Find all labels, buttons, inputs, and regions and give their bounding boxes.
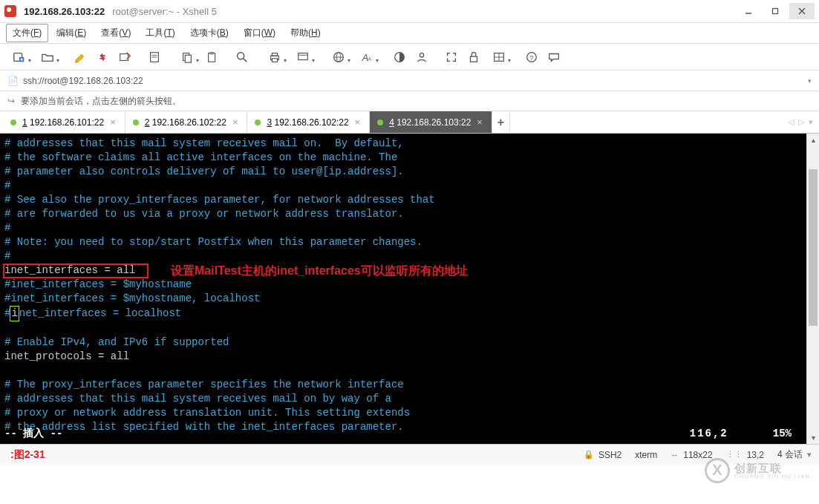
status-bar: :图2-31 🔒SSH2 xterm ↔118x22 ⋮⋮13,2 4 会话 ▾: [0, 444, 819, 465]
scroll-up-icon[interactable]: ▴: [807, 134, 819, 146]
status-sessions: 4 会话: [777, 448, 803, 461]
layout-button[interactable]: ▾: [486, 48, 512, 67]
session-tab-3[interactable]: 3 192.168.26.102:22 ×: [247, 111, 370, 133]
highlight-icon[interactable]: [70, 48, 91, 67]
menu-edit[interactable]: 编辑(E): [50, 24, 93, 42]
tab-close-icon[interactable]: ×: [355, 117, 361, 128]
svg-rect-19: [272, 53, 277, 56]
title-subtitle: root@server:~ - Xshell 5: [112, 6, 217, 17]
menu-window[interactable]: 窗口(W): [237, 24, 282, 42]
scroll-down-icon[interactable]: ▾: [807, 431, 819, 444]
status-termtype: xterm: [635, 450, 657, 460]
toolbar: ▾ ▾ ▾ ▾ ▾ ▾ AA▾ ▾ ?: [0, 43, 819, 70]
fullscreen-icon[interactable]: [441, 48, 462, 67]
vim-mode: -- 插入 --: [4, 427, 62, 441]
session-tab-2[interactable]: 2 192.168.26.102:22 ×: [125, 111, 248, 133]
menu-help[interactable]: 帮助(H): [284, 24, 327, 42]
ssh-icon: 📄: [7, 76, 19, 86]
menu-tools[interactable]: 工具(T): [139, 24, 181, 42]
vim-status-line: -- 插入 -- 116,2 15%: [4, 427, 792, 441]
new-session-button[interactable]: ▾: [6, 48, 33, 67]
vim-cursor-pos: 116,2: [690, 427, 728, 441]
find-icon[interactable]: [232, 48, 252, 67]
address-url: ssh://root@192.168.26.103:22: [23, 76, 143, 86]
disconnect-icon[interactable]: [114, 48, 135, 67]
figure-label: :图2-31: [10, 448, 45, 462]
address-bar[interactable]: 📄 ssh://root@192.168.26.103:22 ▾: [0, 70, 819, 91]
hint-arrow-icon[interactable]: ↪: [7, 96, 15, 106]
session-tab-4[interactable]: 4 192.168.26.103:22 ×: [370, 111, 492, 133]
vim-scroll-pct: 15%: [773, 427, 792, 441]
terminal-scrollbar[interactable]: ▴ ▾: [806, 134, 819, 444]
svg-text:?: ?: [529, 53, 533, 61]
menu-file[interactable]: 文件(F): [6, 24, 48, 42]
help-icon[interactable]: ?: [521, 48, 542, 67]
svg-rect-15: [209, 51, 213, 54]
status-dot-icon: [255, 120, 261, 125]
menu-bar: 文件(F) 编辑(E) 查看(V) 工具(T) 选项卡(B) 窗口(W) 帮助(…: [0, 22, 819, 43]
tab-close-icon[interactable]: ×: [232, 117, 238, 128]
add-tab-button[interactable]: +: [492, 111, 510, 133]
tab-close-icon[interactable]: ×: [110, 117, 116, 128]
minimize-button[interactable]: [736, 3, 761, 19]
session-tab-bar: 1 192.168.26.101:22 × 2 192.168.26.102:2…: [0, 111, 819, 134]
address-dropdown-icon[interactable]: ▾: [808, 77, 812, 85]
tab-scroll-left-icon[interactable]: ◁: [788, 117, 794, 127]
svg-rect-13: [185, 55, 191, 62]
tab-close-icon[interactable]: ×: [477, 117, 483, 128]
title-host: 192.168.26.103:22: [24, 6, 105, 17]
size-icon: ↔: [670, 451, 679, 459]
terminal-output[interactable]: # addresses that this mail system receiv…: [0, 134, 806, 444]
status-dot-icon: [133, 120, 139, 125]
tab-scroll-right-icon[interactable]: ▷: [798, 117, 804, 127]
close-button[interactable]: [789, 3, 815, 19]
copy-button[interactable]: ▾: [174, 48, 200, 67]
hint-bar: ↪ 要添加当前会话，点击左侧的箭头按钮。: [0, 91, 819, 111]
menu-tabs[interactable]: 选项卡(B): [183, 24, 235, 42]
scrollbar-thumb[interactable]: [809, 169, 818, 326]
annotation-text: 设置MailTest主机的inet_interfaces可以监听所有的地址: [171, 264, 468, 278]
status-dot-icon: [377, 120, 383, 125]
svg-rect-1: [773, 9, 778, 14]
color-icon[interactable]: [389, 48, 410, 67]
lock-small-icon: 🔒: [584, 450, 594, 459]
user-icon[interactable]: [411, 48, 432, 67]
session-tab-1[interactable]: 1 192.168.26.101:22 ×: [3, 111, 125, 133]
status-ssh: SSH2: [598, 450, 621, 460]
encoding-button[interactable]: ▾: [325, 48, 352, 67]
sessions-dropdown-icon[interactable]: ▾: [807, 450, 812, 459]
open-session-button[interactable]: ▾: [34, 48, 61, 67]
svg-point-29: [420, 53, 423, 56]
hint-text: 要添加当前会话，点击左侧的箭头按钮。: [21, 95, 181, 108]
svg-rect-21: [298, 53, 308, 59]
svg-rect-20: [272, 58, 277, 62]
paste-button[interactable]: [202, 48, 223, 67]
status-cursor: 13,2: [747, 450, 764, 460]
status-dot-icon: [10, 120, 16, 125]
svg-text:A: A: [368, 55, 372, 62]
maximize-button[interactable]: [763, 3, 788, 19]
screen-button[interactable]: ▾: [290, 48, 316, 67]
lock-icon[interactable]: [463, 48, 484, 67]
app-icon: [4, 5, 16, 17]
svg-rect-30: [471, 56, 477, 62]
svg-line-17: [244, 58, 247, 62]
svg-rect-8: [120, 53, 128, 60]
title-bar: 192.168.26.103:22 root@server:~ - Xshell…: [0, 0, 819, 22]
tab-list-icon[interactable]: ▾: [809, 117, 813, 127]
properties-icon[interactable]: [144, 48, 165, 67]
cursor-icon: ⋮⋮: [726, 450, 743, 459]
svg-point-16: [238, 52, 244, 59]
status-size: 118x22: [683, 450, 712, 460]
menu-view[interactable]: 查看(V): [94, 24, 137, 42]
print-button[interactable]: ▾: [261, 48, 288, 67]
reconnect-icon[interactable]: [92, 48, 113, 67]
font-button[interactable]: AA▾: [353, 48, 380, 67]
chat-icon[interactable]: [544, 48, 564, 67]
